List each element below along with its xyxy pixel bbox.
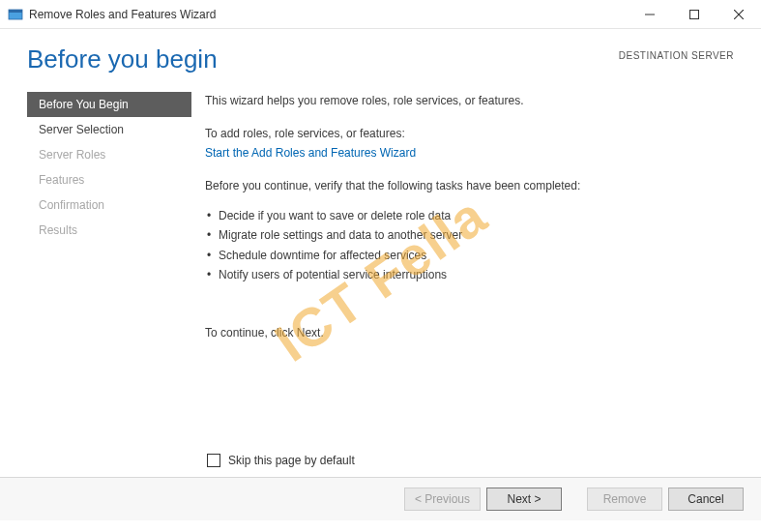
add-roles-link[interactable]: Start the Add Roles and Features Wizard [205,144,734,162]
window-title: Remove Roles and Features Wizard [29,8,628,21]
task-list: Decide if you want to save or delete rol… [205,206,734,285]
verify-prompt: Before you continue, verify that the fol… [205,177,734,194]
close-button[interactable] [717,0,761,29]
skip-checkbox[interactable] [207,454,220,467]
nav-before-you-begin[interactable]: Before You Begin [27,92,191,117]
nav-server-roles: Server Roles [27,142,191,167]
header: Before you begin DESTINATION SERVER [0,29,761,84]
cancel-button[interactable]: Cancel [668,488,744,511]
skip-label: Skip this page by default [228,454,355,467]
svg-rect-3 [690,10,699,18]
minimize-button[interactable] [628,0,672,29]
wizard-content: This wizard helps you remove roles, role… [191,84,734,450]
window-controls [628,0,761,29]
task-item: Notify users of potential service interr… [207,265,734,284]
task-item: Migrate role settings and data to anothe… [207,225,734,245]
app-icon [8,7,23,22]
titlebar: Remove Roles and Features Wizard [0,0,761,29]
nav-server-selection[interactable]: Server Selection [27,117,191,142]
continue-text: To continue, click Next. [205,324,734,341]
skip-row: Skip this page by default [0,450,761,477]
intro-text: This wizard helps you remove roles, role… [205,92,734,109]
add-prompt: To add roles, role services, or features… [205,125,734,142]
next-button[interactable]: Next > [486,488,562,511]
nav-confirmation: Confirmation [27,192,191,218]
wizard-sidebar: Before You Begin Server Selection Server… [27,84,191,450]
body: Before You Begin Server Selection Server… [0,84,761,450]
previous-button: < Previous [404,488,481,511]
maximize-button[interactable] [672,0,717,29]
wizard-footer: < Previous Next > Remove Cancel [0,477,761,520]
nav-results: Results [27,218,191,243]
svg-rect-1 [9,10,22,13]
destination-server-label: DESTINATION SERVER [619,44,734,61]
remove-button: Remove [587,488,662,511]
task-item: Decide if you want to save or delete rol… [207,206,734,225]
page-title: Before you begin [27,44,218,74]
nav-features: Features [27,167,191,192]
task-item: Schedule downtime for affected services [207,246,734,265]
